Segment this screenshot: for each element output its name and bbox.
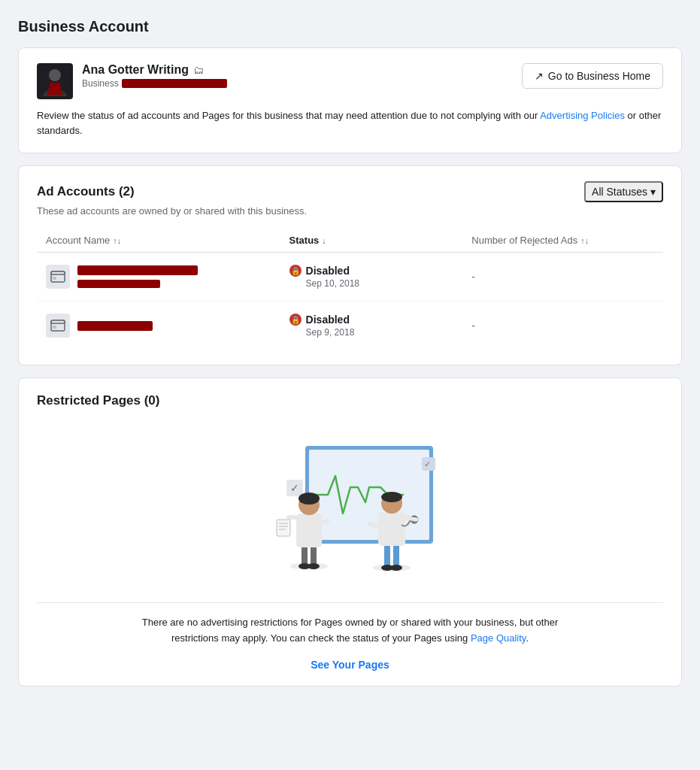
- svg-rect-30: [384, 544, 390, 566]
- redacted-account-name-2: [77, 321, 153, 331]
- svg-rect-3: [53, 277, 56, 280]
- svg-rect-21: [286, 515, 297, 520]
- business-header: Ana Gotter Writing 🗂 Business ↗ Go to Bu…: [37, 63, 663, 99]
- svg-rect-25: [277, 520, 290, 536]
- rejected-count-1: -: [471, 271, 654, 283]
- account-cell-1: [46, 265, 289, 289]
- svg-rect-20: [296, 514, 322, 547]
- business-name-row: Ana Gotter Writing 🗂: [82, 63, 227, 77]
- business-header-card: Ana Gotter Writing 🗂 Business ↗ Go to Bu…: [18, 47, 682, 153]
- svg-text:✓: ✓: [424, 459, 431, 468]
- divider: [37, 602, 663, 603]
- svg-line-40: [403, 517, 417, 520]
- account-name-block-1: [77, 265, 198, 288]
- business-subtitle: Business: [82, 78, 227, 89]
- ad-accounts-title: Ad Accounts (2): [37, 184, 135, 199]
- sort-icon-name[interactable]: ↑↓: [113, 236, 121, 245]
- rejected-count-2: -: [471, 320, 654, 332]
- illustration-container: ✓ ✓ ✓: [37, 408, 663, 596]
- status-row-2: 🔒 Disabled: [289, 314, 472, 326]
- ad-accounts-header: Ad Accounts (2) All Statuses ▾: [37, 181, 663, 202]
- sort-icon-rejected[interactable]: ↑↓: [580, 236, 589, 245]
- table-header: Account Name ↑↓ Status ↓ Number of Rejec…: [37, 229, 663, 253]
- svg-point-33: [390, 565, 402, 571]
- briefcase-icon: 🗂: [193, 64, 204, 76]
- see-your-pages-link[interactable]: See Your Pages: [37, 659, 663, 671]
- ad-accounts-card: Ad Accounts (2) All Statuses ▾ These ad …: [18, 165, 682, 365]
- disabled-icon-2: 🔒: [289, 314, 302, 326]
- table-row: 🔒 Disabled Sep 10, 2018 -: [37, 253, 663, 302]
- svg-rect-5: [51, 320, 65, 323]
- disabled-icon-1: 🔒: [289, 265, 302, 277]
- svg-point-24: [298, 493, 320, 505]
- account-cell-2: [46, 314, 289, 338]
- svg-point-0: [49, 69, 61, 81]
- svg-rect-6: [53, 326, 56, 329]
- account-icon-1: [46, 265, 70, 289]
- restricted-pages-description: There are no advertising restrictions fo…: [132, 615, 568, 647]
- business-info: Ana Gotter Writing 🗂 Business: [37, 63, 227, 99]
- status-row-1: 🔒 Disabled: [289, 265, 472, 277]
- status-cell-2: 🔒 Disabled Sep 9, 2018: [289, 314, 472, 338]
- restricted-pages-title: Restricted Pages (0): [37, 393, 663, 408]
- redacted-id: [122, 79, 227, 88]
- status-cell-1: 🔒 Disabled Sep 10, 2018: [289, 265, 472, 289]
- svg-point-38: [381, 492, 402, 502]
- account-name-block-2: [77, 321, 153, 331]
- svg-rect-2: [51, 271, 65, 274]
- business-name: Ana Gotter Writing: [82, 63, 189, 77]
- account-icon-2: [46, 314, 70, 338]
- external-link-icon: ↗: [535, 70, 544, 82]
- all-statuses-filter[interactable]: All Statuses ▾: [584, 181, 663, 202]
- col-rejected-ads: Number of Rejected Ads ↑↓: [471, 235, 654, 246]
- review-text: Review the status of ad accounts and Pag…: [37, 108, 663, 138]
- restricted-pages-card: Restricted Pages (0) ✓ ✓ ✓: [18, 377, 682, 687]
- page-quality-link[interactable]: Page Quality: [471, 632, 526, 644]
- redacted-account-name-1b: [77, 280, 160, 288]
- go-to-business-home-button[interactable]: ↗ Go to Business Home: [522, 63, 663, 89]
- col-account-name: Account Name ↑↓: [46, 235, 289, 246]
- svg-rect-31: [393, 544, 399, 566]
- page-title: Business Account: [18, 18, 682, 35]
- chevron-down-icon: ▾: [650, 186, 656, 198]
- restricted-pages-illustration: ✓ ✓ ✓: [230, 423, 471, 589]
- sort-icon-status[interactable]: ↓: [322, 236, 326, 245]
- svg-point-19: [308, 563, 320, 569]
- col-status: Status ↓: [289, 235, 472, 246]
- avatar: [37, 63, 73, 99]
- svg-text:✓: ✓: [290, 482, 299, 494]
- table-row: 🔒 Disabled Sep 9, 2018 -: [37, 302, 663, 350]
- advertising-policies-link[interactable]: Advertising Policies: [540, 110, 625, 121]
- ad-accounts-subtitle: These ad accounts are owned by or shared…: [37, 205, 663, 217]
- redacted-account-name-1a: [77, 265, 198, 275]
- business-name-block: Ana Gotter Writing 🗂 Business: [82, 63, 227, 89]
